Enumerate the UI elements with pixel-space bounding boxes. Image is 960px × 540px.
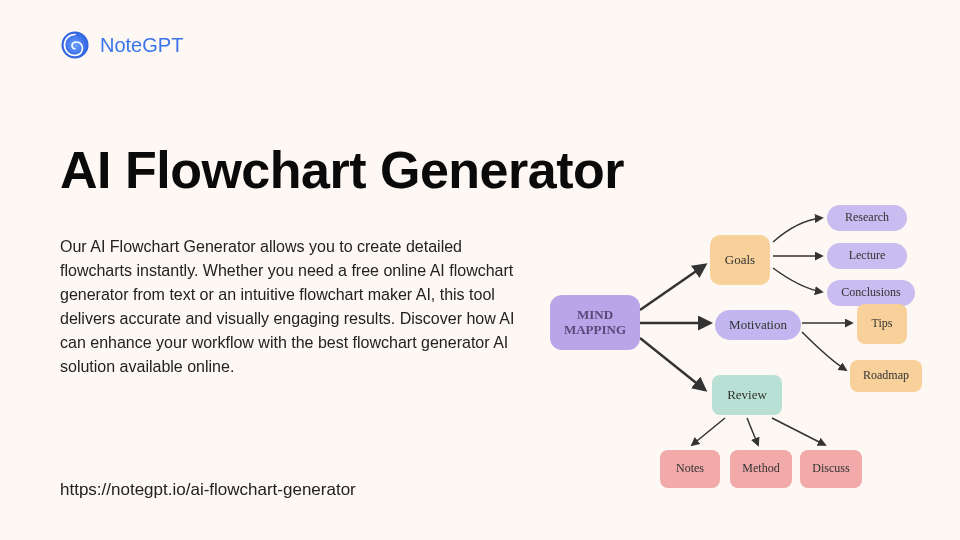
- description-text: Our AI Flowchart Generator allows you to…: [60, 235, 530, 379]
- svg-line-7: [747, 418, 758, 445]
- svg-line-1: [640, 265, 705, 310]
- node-lecture: Lecture: [827, 243, 907, 269]
- node-root: MIND MAPPING: [550, 295, 640, 350]
- node-conclusions: Conclusions: [827, 280, 915, 306]
- swirl-icon: [60, 30, 90, 60]
- node-notes: Notes: [660, 450, 720, 488]
- node-roadmap: Roadmap: [850, 360, 922, 392]
- svg-point-0: [62, 32, 89, 59]
- svg-line-8: [772, 418, 825, 445]
- svg-line-3: [640, 338, 705, 390]
- node-method: Method: [730, 450, 792, 488]
- mindmap-diagram: MIND MAPPING Goals Motivation Review Res…: [540, 210, 940, 510]
- brand-name: NoteGPT: [100, 34, 183, 57]
- node-motivation: Motivation: [715, 310, 801, 340]
- page-url: https://notegpt.io/ai-flowchart-generato…: [60, 480, 356, 500]
- svg-line-6: [692, 418, 725, 445]
- node-discuss: Discuss: [800, 450, 862, 488]
- page-title: AI Flowchart Generator: [60, 140, 624, 200]
- node-review: Review: [712, 375, 782, 415]
- logo: NoteGPT: [60, 30, 183, 60]
- node-tips: Tips: [857, 304, 907, 344]
- node-research: Research: [827, 205, 907, 231]
- node-goals: Goals: [710, 235, 770, 285]
